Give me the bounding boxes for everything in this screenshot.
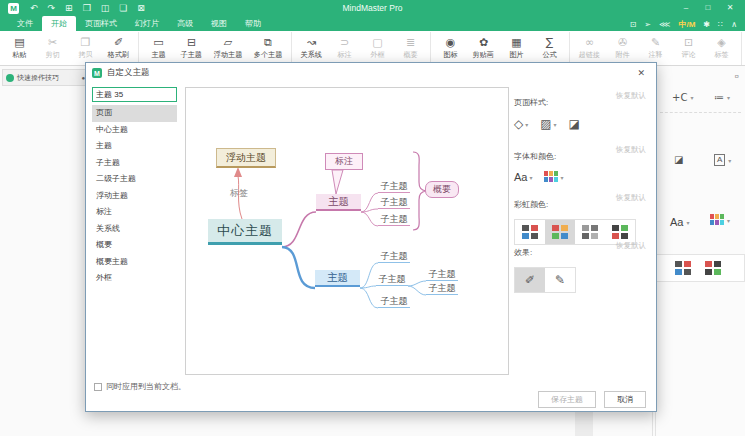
theme-name-input[interactable] xyxy=(92,87,177,102)
multiple-topics-button[interactable]: ⧉ 多个主题 xyxy=(248,36,288,60)
tab-home[interactable]: 开始 xyxy=(42,16,76,31)
summary-button[interactable]: ≣ 概要 xyxy=(394,36,427,60)
restore-default-link[interactable]: 恢复默认 xyxy=(616,145,646,155)
restore-default-link[interactable]: 恢复默认 xyxy=(616,193,646,203)
list-style-button[interactable]: ≔ ▾ xyxy=(714,92,730,103)
tips-icon xyxy=(6,74,14,82)
font-icon: Aa xyxy=(514,171,527,183)
list-item-subtopic[interactable]: 子主题 xyxy=(92,155,177,172)
collapse-ribbon-icon[interactable]: ∧ xyxy=(727,20,741,29)
attachment-label: 附件 xyxy=(615,50,629,60)
list-item-callout[interactable]: 标注 xyxy=(92,204,177,221)
maximize-button[interactable]: □ xyxy=(697,1,719,15)
relationship-button[interactable]: ↝ 关系线 xyxy=(295,36,328,60)
background-image-button[interactable]: ▨ ▾ xyxy=(540,117,556,131)
copy-button[interactable]: ❐ 拷贝 xyxy=(69,36,102,60)
topic-button[interactable]: ▭ 主题 xyxy=(142,36,175,60)
redo-button[interactable]: ↷ xyxy=(43,0,61,16)
restore-default-link[interactable]: 恢复默认 xyxy=(616,91,646,101)
callout-icon: ⊃ xyxy=(340,36,349,49)
list-item-topic[interactable]: 主题 xyxy=(92,138,177,155)
rainbow-style-icon[interactable] xyxy=(705,261,721,275)
restore-default-link[interactable]: 恢复默认 xyxy=(616,241,646,251)
paste-button[interactable]: ▤ 粘贴 xyxy=(3,36,36,60)
fullscreen-icon[interactable]: ⊡ xyxy=(626,20,641,29)
font-button[interactable]: Aa ▾ xyxy=(514,171,532,183)
fill-style-button[interactable]: ◇ ▾ xyxy=(514,117,528,131)
text-box-icon: A xyxy=(714,154,725,166)
preview-callout: 标注 xyxy=(325,153,363,170)
attachment-button[interactable]: ✇ 附件 xyxy=(606,36,639,60)
checkbox-icon[interactable] xyxy=(94,383,102,391)
preview-subtopic: 子主题 xyxy=(378,196,410,209)
effect-style-2[interactable]: ✎ xyxy=(545,268,575,292)
minimize-button[interactable]: – xyxy=(675,1,697,15)
tab-file[interactable]: 文件 xyxy=(8,16,42,31)
list-item-summary-topic[interactable]: 概要主题 xyxy=(92,254,177,271)
mark-icon-button[interactable]: ◉ 图标 xyxy=(434,36,467,60)
preview-topic-pink: 主题 xyxy=(316,194,361,211)
tab-view[interactable]: 视图 xyxy=(202,16,236,31)
apps-grid-icon[interactable]: ∷ xyxy=(714,20,727,29)
new-button[interactable]: ⊞ xyxy=(60,0,78,16)
picture-button[interactable]: ▦ 图片 xyxy=(500,36,533,60)
subtopic-button[interactable]: ⊟ 子主题 xyxy=(175,36,208,60)
cut-button[interactable]: ✂ 剪切 xyxy=(36,36,69,60)
save-button[interactable]: ◫ xyxy=(96,0,115,16)
tab-page-style[interactable]: 页面样式 xyxy=(76,16,126,31)
note-button[interactable]: ✎ 注释 xyxy=(639,36,672,60)
comment-button[interactable]: ⊡ 评论 xyxy=(672,36,705,60)
list-item-level2-subtopic[interactable]: 二级子主题 xyxy=(92,171,177,188)
export-button[interactable]: ⊠ xyxy=(132,0,150,16)
quick-tips-bar[interactable]: 快速操作技巧 ● xyxy=(2,69,89,86)
list-item-page[interactable]: 页面 xyxy=(92,105,177,122)
cancel-button[interactable]: 取消 xyxy=(604,391,646,408)
format-painter-button[interactable]: ✐ 格式刷 xyxy=(102,36,135,60)
list-item-relationship[interactable]: 关系线 xyxy=(92,221,177,238)
theme-skin-icon[interactable]: ✱ xyxy=(699,20,714,29)
list-item-boundary[interactable]: 外框 xyxy=(92,270,177,287)
save-theme-button[interactable]: 保存主题 xyxy=(538,391,596,408)
format-painter-label: 格式刷 xyxy=(108,50,129,60)
print-button[interactable]: ❏ xyxy=(114,0,132,16)
floating-topic-button[interactable]: ▱ 浮动主题 xyxy=(208,36,248,60)
tab-advanced[interactable]: 高级 xyxy=(168,16,202,31)
subtopic-icon: ⊟ xyxy=(187,36,196,49)
boundary-icon: ▢ xyxy=(372,36,382,49)
undo-button[interactable]: ↶ xyxy=(25,0,43,16)
color-palette-button[interactable]: ▾ xyxy=(710,214,730,226)
branch-style-button[interactable]: +C ▾ xyxy=(672,92,693,103)
tab-help[interactable]: 帮助 xyxy=(236,16,270,31)
image-insert-button[interactable]: ◪ xyxy=(674,154,683,165)
formula-button[interactable]: ∑ 公式 xyxy=(533,36,566,60)
list-item-central-topic[interactable]: 中心主题 xyxy=(92,122,177,139)
canvas-scrollbar[interactable] xyxy=(575,412,593,436)
apply-to-document-checkbox[interactable]: 同时应用到当前文档。 xyxy=(94,381,186,392)
list-item-summary[interactable]: 概要 xyxy=(92,237,177,254)
callout-button[interactable]: ⊃ 标注 xyxy=(328,36,361,60)
formula-label: 公式 xyxy=(542,50,556,60)
list-item-floating-topic[interactable]: 浮动主题 xyxy=(92,188,177,205)
clipart-button[interactable]: ✿ 剪贴画 xyxy=(467,36,500,60)
effect-style-1[interactable]: ✐ xyxy=(515,268,545,292)
pin-icon[interactable]: ¤ xyxy=(735,72,739,81)
dialog-close-icon[interactable]: ✕ xyxy=(632,66,650,80)
caret-down-icon: ▾ xyxy=(525,121,528,128)
send-icon[interactable]: ➢ xyxy=(640,20,655,29)
font-button[interactable]: Aa ▾ xyxy=(670,216,689,228)
open-button[interactable]: ❒ xyxy=(78,0,96,16)
tab-slideshow[interactable]: 幻灯片 xyxy=(126,16,168,31)
language-toggle[interactable]: 中/M xyxy=(674,19,699,30)
text-box-button[interactable]: A ▾ xyxy=(714,154,731,166)
dialog-logo-icon: M xyxy=(92,68,102,78)
color-palette-button[interactable]: ▾ xyxy=(544,171,563,183)
rainbow-style-icon[interactable] xyxy=(675,261,691,275)
close-button[interactable]: ✕ xyxy=(719,1,741,15)
tag-button[interactable]: ◈ 标签 xyxy=(705,36,738,60)
hyperlink-button[interactable]: ∞ 超链接 xyxy=(573,36,606,60)
boundary-button[interactable]: ▢ 外框 xyxy=(361,36,394,60)
watermark-button[interactable]: ◪ xyxy=(569,117,580,131)
share-icon[interactable]: ⋘ xyxy=(655,20,674,29)
section-page-style: 页面样式: 恢复默认 ◇ ▾ ▨ ▾ ◪ xyxy=(514,91,646,131)
ribbon-group-attachments: ∞ 超链接 ✇ 附件 ✎ 注释 ⊡ 评论 ◈ 标签 xyxy=(570,32,742,65)
